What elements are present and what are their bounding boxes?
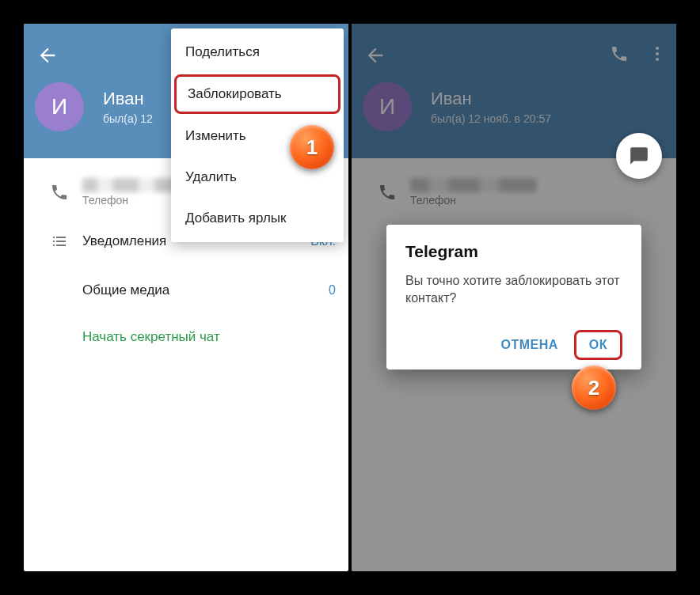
step-badge-2: 2 xyxy=(572,366,616,410)
dialog-title: Telegram xyxy=(405,242,622,261)
phone-number-redacted xyxy=(82,178,185,192)
shared-media-row[interactable]: Общие медиа 0 xyxy=(24,266,348,315)
last-seen: был(а) 12 xyxy=(103,112,153,125)
back-arrow-icon[interactable] xyxy=(36,44,59,66)
notifications-label: Уведомления xyxy=(82,233,166,248)
step-number: 1 xyxy=(306,135,318,160)
cancel-button[interactable]: ОТМЕНА xyxy=(489,330,569,360)
contact-name: Иван xyxy=(103,89,153,109)
phone-icon xyxy=(36,183,82,202)
ok-button[interactable]: ОК xyxy=(574,330,622,360)
dialog-text: Вы точно хотите заблокировать этот конта… xyxy=(405,272,622,308)
message-fab[interactable] xyxy=(616,133,662,179)
menu-share[interactable]: Поделиться xyxy=(171,32,344,73)
confirm-dialog: Telegram Вы точно хотите заблокировать э… xyxy=(386,225,641,370)
shared-media-value: 0 xyxy=(329,283,336,298)
start-secret-chat[interactable]: Начать секретный чат xyxy=(24,315,348,359)
screen-1: И Иван был(а) 12 Телефон Уведомления Вкл… xyxy=(24,24,348,571)
name-block: Иван был(а) 12 xyxy=(103,89,153,125)
step-number: 2 xyxy=(588,376,599,400)
avatar[interactable]: И xyxy=(35,82,84,131)
menu-block[interactable]: Заблокировать xyxy=(174,74,340,114)
menu-add-shortcut[interactable]: Добавить ярлык xyxy=(171,198,344,239)
list-icon xyxy=(36,232,82,251)
avatar-initial: И xyxy=(51,94,67,119)
dialog-actions: ОТМЕНА ОК xyxy=(405,330,622,360)
step-badge-1: 1 xyxy=(290,125,334,169)
secret-chat-label: Начать секретный чат xyxy=(82,329,220,345)
screen-2: И Иван был(а) 12 нояб. в 20:57 Телефон T… xyxy=(352,24,676,571)
shared-media-label: Общие медиа xyxy=(82,282,169,298)
